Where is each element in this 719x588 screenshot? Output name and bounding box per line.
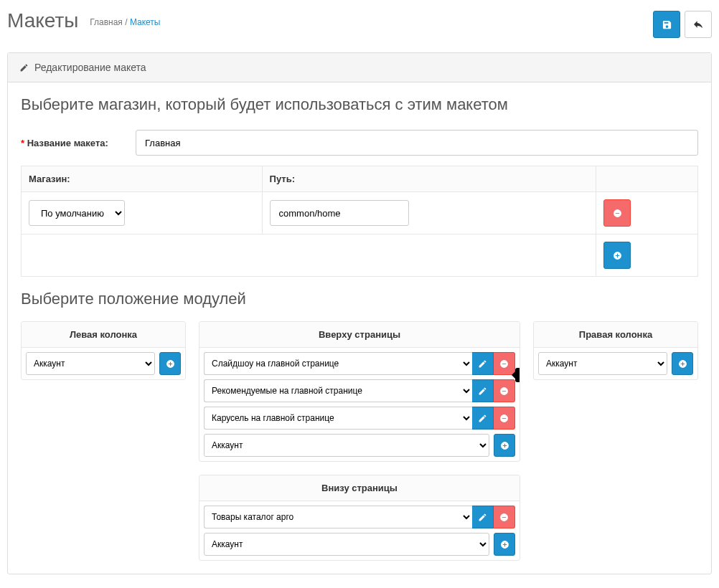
plus-circle-icon	[613, 251, 622, 260]
minus-circle-icon	[613, 209, 622, 218]
pencil-icon	[478, 359, 487, 369]
pencil-icon	[19, 63, 29, 72]
layout-name-input[interactable]	[136, 130, 698, 156]
top-add-module-button[interactable]	[494, 434, 515, 457]
add-route-button[interactable]	[603, 242, 631, 269]
remove-module-button[interactable]	[494, 379, 515, 402]
page-title-text: Макеты	[7, 9, 78, 32]
breadcrumb-sep: /	[125, 17, 127, 27]
pencil-icon	[478, 387, 487, 396]
save-icon	[662, 19, 672, 30]
breadcrumb-current[interactable]: Макеты	[130, 17, 161, 27]
back-button[interactable]	[685, 11, 712, 38]
save-button[interactable]	[653, 11, 680, 38]
top-module-select[interactable]: Рекомендуемые на главной странице	[204, 379, 472, 402]
edit-module-button[interactable]	[472, 379, 494, 402]
route-input[interactable]	[270, 200, 409, 226]
left-add-module-select[interactable]: Аккаунт	[26, 352, 155, 375]
plus-circle-icon	[500, 441, 509, 450]
left-add-module-button[interactable]	[159, 352, 181, 375]
left-column-header: Левая колонка	[22, 322, 185, 348]
plus-circle-icon	[500, 540, 509, 549]
edit-module-button[interactable]	[472, 407, 494, 430]
panel-heading-text: Редактирование макета	[34, 62, 146, 73]
remove-module-button[interactable]	[494, 407, 515, 430]
plus-circle-icon	[166, 359, 175, 369]
bottom-add-module-select[interactable]: Аккаунт	[204, 533, 489, 556]
remove-module-button[interactable]	[494, 506, 515, 528]
top-module-select[interactable]: Слайдшоу на главной странице	[204, 352, 472, 375]
layout-name-label: Название макета:	[21, 138, 136, 148]
page-title: Макеты Главная / Макеты	[7, 11, 160, 31]
plus-circle-icon	[678, 359, 687, 369]
breadcrumb-home[interactable]: Главная	[90, 17, 123, 27]
choose-position-heading: Выберите положение модулей	[21, 290, 698, 308]
panel-heading: Редактирование макета	[8, 53, 711, 82]
breadcrumb: Главная / Макеты	[90, 18, 160, 27]
bottom-add-module-button[interactable]	[494, 533, 515, 556]
minus-circle-icon	[499, 387, 509, 396]
remove-route-button[interactable]	[603, 199, 631, 227]
bottom-position-header: Внизу страницы	[199, 475, 520, 501]
top-add-module-select[interactable]: Аккаунт	[204, 434, 489, 457]
delete-tooltip: Удалить	[515, 368, 520, 382]
pencil-icon	[478, 513, 487, 522]
right-add-module-button[interactable]	[672, 352, 693, 375]
choose-store-heading: Выберите магазин, который будет использо…	[21, 95, 698, 114]
minus-circle-icon	[499, 513, 509, 522]
edit-module-button[interactable]	[472, 506, 494, 528]
bottom-module-select[interactable]: Товары каталог арго	[204, 506, 472, 528]
store-select[interactable]: По умолчанию	[29, 200, 125, 226]
top-module-select[interactable]: Карусель на главной странице	[204, 407, 472, 430]
right-add-module-select[interactable]: Аккаунт	[538, 352, 667, 375]
right-column-header: Правая колонка	[534, 322, 697, 348]
minus-circle-icon	[499, 359, 509, 369]
minus-circle-icon	[499, 414, 509, 423]
top-position-header: Вверху страницы	[199, 322, 520, 348]
store-header: Магазин:	[22, 166, 263, 192]
reply-icon	[692, 19, 704, 30]
edit-module-button[interactable]	[472, 352, 494, 375]
route-header: Путь:	[262, 166, 596, 192]
pencil-icon	[478, 414, 487, 423]
